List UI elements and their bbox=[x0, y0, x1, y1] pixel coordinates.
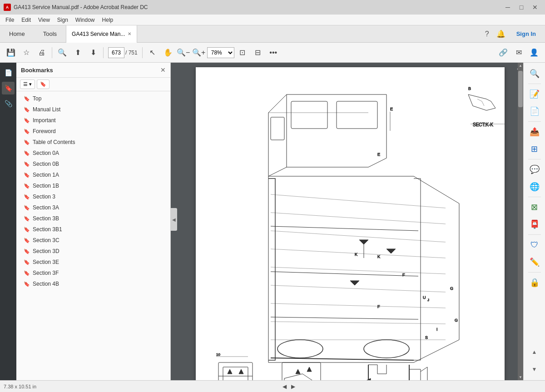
send-feedback-button[interactable]: 📮 bbox=[526, 216, 543, 233]
bookmark-section-1b[interactable]: 🔖 Section 1B bbox=[16, 180, 170, 191]
page-thumbnails-button[interactable]: 📄 bbox=[2, 66, 15, 79]
zoom-select[interactable]: 78% 100% 125% 150% bbox=[207, 47, 234, 58]
search-tool-button[interactable]: 🔍 bbox=[526, 65, 543, 82]
bookmark-icon-0b: 🔖 bbox=[24, 161, 30, 167]
collapse-panel-up[interactable]: ▲ bbox=[526, 344, 543, 360]
pdf-scrollbar-vertical[interactable]: ▲ ▼ bbox=[518, 63, 523, 380]
svg-text:J: J bbox=[427, 298, 429, 302]
tab-close-icon[interactable]: ✕ bbox=[128, 31, 131, 36]
svg-marker-52 bbox=[296, 369, 300, 374]
share-button[interactable]: 🔗 bbox=[496, 45, 510, 60]
scroll-right-button[interactable]: ▶ bbox=[290, 383, 297, 390]
scroll-left-button[interactable]: ◀ bbox=[281, 383, 288, 390]
bookmark-section-3b1[interactable]: 🔖 Section 3B1 bbox=[16, 224, 170, 235]
bookmark-icon-1b: 🔖 bbox=[24, 183, 30, 189]
help-icon[interactable]: ? bbox=[483, 28, 491, 40]
svg-marker-28 bbox=[350, 281, 359, 285]
print-button[interactable]: 🖨 bbox=[35, 45, 49, 60]
bookmarks-close-button[interactable]: ✕ bbox=[160, 66, 166, 74]
bookmark-section-3[interactable]: 🔖 Section 3 bbox=[16, 191, 170, 202]
svg-text:10: 10 bbox=[216, 352, 220, 357]
notification-icon[interactable]: 🔔 bbox=[495, 28, 507, 40]
menu-help[interactable]: Help bbox=[99, 16, 117, 24]
menu-sign[interactable]: Sign bbox=[54, 16, 72, 24]
fit-page-button[interactable]: ⊡ bbox=[235, 45, 250, 60]
tab-home[interactable]: Home bbox=[0, 25, 34, 43]
bookmark-section-3f[interactable]: 🔖 Section 3F bbox=[16, 268, 170, 278]
bookmark-section-4b[interactable]: 🔖 Section 4B bbox=[16, 278, 170, 289]
panel-collapse-arrow[interactable]: ◀ bbox=[171, 208, 177, 231]
bookmark-manual-list[interactable]: 🔖 Manual List bbox=[16, 104, 170, 115]
protect-button[interactable]: 🛡 bbox=[526, 237, 543, 253]
bookmarks-button[interactable]: 🔖 bbox=[2, 82, 15, 94]
edit-pdf-button[interactable]: 📝 bbox=[526, 86, 543, 102]
separator-3 bbox=[142, 47, 143, 58]
scroll-thumb[interactable] bbox=[518, 71, 523, 107]
maximize-button[interactable]: □ bbox=[515, 2, 528, 12]
email-button[interactable]: ✉ bbox=[511, 45, 526, 60]
zoom-out-button[interactable]: 🔍 bbox=[55, 45, 69, 60]
bookmarks-list: 🔖 Top 🔖 Manual List 🔖 Important 🔖 Forewo… bbox=[16, 91, 170, 380]
fill-sign-button[interactable]: ✏️ bbox=[526, 254, 543, 270]
svg-text:E: E bbox=[390, 107, 393, 111]
bookmarks-view-button[interactable]: ☰ ▾ bbox=[20, 79, 35, 89]
bookmark-important[interactable]: 🔖 Important bbox=[16, 115, 170, 126]
attachments-button[interactable]: 📎 bbox=[2, 97, 15, 110]
bookmark-section-3d[interactable]: 🔖 Section 3D bbox=[16, 246, 170, 257]
svg-text:S: S bbox=[425, 335, 428, 340]
pdf-page: E E bbox=[196, 67, 505, 380]
read-mode-button[interactable]: ⊟ bbox=[251, 45, 265, 60]
redact-button[interactable]: 🔒 bbox=[526, 274, 543, 291]
prev-page-button[interactable]: ⬆ bbox=[70, 45, 85, 60]
bookmark-section-3e[interactable]: 🔖 Section 3E bbox=[16, 257, 170, 268]
menu-edit[interactable]: Edit bbox=[18, 16, 35, 24]
scroll-up-arrow[interactable]: ▲ bbox=[518, 63, 523, 69]
translate-button[interactable]: 🌐 bbox=[526, 179, 543, 195]
collapse-panel-down[interactable]: ▼ bbox=[526, 361, 543, 377]
pdf-viewer[interactable]: ▲ E E bbox=[177, 63, 523, 380]
scroll-down-arrow[interactable]: ▼ bbox=[518, 374, 523, 380]
svg-line-15 bbox=[271, 226, 418, 231]
bookmark-top[interactable]: 🔖 Top bbox=[16, 93, 170, 104]
pdf-content-svg: E E bbox=[196, 67, 505, 380]
svg-line-17 bbox=[271, 317, 418, 319]
app-icon: A bbox=[4, 4, 11, 11]
compress-button[interactable]: ⊠ bbox=[526, 199, 543, 215]
bookmark-toc[interactable]: 🔖 Table of Contents bbox=[16, 137, 170, 148]
cursor-tool-button[interactable]: ↖ bbox=[145, 45, 160, 60]
user-button[interactable]: 👤 bbox=[527, 45, 541, 60]
page-number-input[interactable]: 673 bbox=[108, 47, 124, 58]
menu-view[interactable]: View bbox=[35, 16, 54, 24]
organize-pages-button[interactable]: 📄 bbox=[526, 103, 543, 119]
next-page-button[interactable]: ⬇ bbox=[86, 45, 100, 60]
scan-ocr-button[interactable]: ⊞ bbox=[526, 141, 543, 157]
close-button[interactable]: ✕ bbox=[529, 2, 541, 12]
bookmarks-panel: Bookmarks ✕ ☰ ▾ 🔖 🔖 Top 🔖 Manual List 🔖 … bbox=[16, 63, 171, 380]
bookmark-section-0a[interactable]: 🔖 Section 0A bbox=[16, 148, 170, 159]
bookmark-section-3b[interactable]: 🔖 Section 3B bbox=[16, 213, 170, 224]
minimize-button[interactable]: ─ bbox=[501, 2, 514, 12]
bookmark-section-3a[interactable]: 🔖 Section 3A bbox=[16, 202, 170, 213]
bookmarks-expand-button[interactable]: 🔖 bbox=[37, 79, 50, 89]
zoom-out-minus-button[interactable]: 🔍− bbox=[176, 45, 191, 60]
more-tools-button[interactable]: ••• bbox=[266, 45, 281, 60]
zoom-in-button[interactable]: 🔍+ bbox=[192, 45, 206, 60]
bookmark-add-button[interactable]: ☆ bbox=[19, 45, 34, 60]
menu-file[interactable]: File bbox=[2, 16, 18, 24]
tab-document[interactable]: GA413 Service Man... ✕ bbox=[66, 25, 137, 43]
svg-text:B: B bbox=[468, 86, 471, 91]
bookmarks-header: Bookmarks ✕ bbox=[16, 63, 170, 78]
bookmark-icon-top: 🔖 bbox=[24, 96, 30, 102]
bookmark-foreword[interactable]: 🔖 Foreword bbox=[16, 126, 170, 137]
sign-in-button[interactable]: Sign In bbox=[511, 29, 541, 39]
bookmark-section-1a[interactable]: 🔖 Section 1A bbox=[16, 169, 170, 180]
tab-tools[interactable]: Tools bbox=[34, 25, 66, 43]
comment-button[interactable]: 💬 bbox=[526, 161, 543, 178]
save-button[interactable]: 💾 bbox=[4, 45, 18, 60]
export-pdf-button[interactable]: 📤 bbox=[526, 124, 543, 140]
menu-window[interactable]: Window bbox=[72, 16, 99, 24]
bookmark-section-0b[interactable]: 🔖 Section 0B bbox=[16, 159, 170, 169]
svg-text:E: E bbox=[377, 152, 380, 157]
bookmark-section-3c[interactable]: 🔖 Section 3C bbox=[16, 235, 170, 246]
hand-tool-button[interactable]: ✋ bbox=[161, 45, 175, 60]
